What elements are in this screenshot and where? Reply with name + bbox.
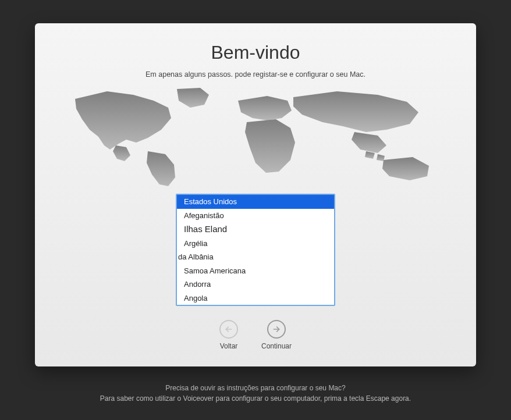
back-label: Voltar — [220, 342, 238, 350]
setup-window: Bem-vindo Em apenas alguns passos. pode … — [35, 23, 476, 366]
nav-buttons: Voltar Continuar — [219, 320, 292, 350]
list-item[interactable]: Ilhas Eland — [177, 222, 334, 237]
world-map — [52, 84, 459, 189]
world-map-svg — [52, 84, 459, 189]
arrow-right-icon — [267, 320, 286, 339]
page-title: Bem-vindo — [211, 42, 300, 63]
list-item[interactable]: Angola — [177, 291, 334, 305]
continue-label: Continuar — [261, 342, 292, 350]
list-item[interactable]: Argélia — [177, 237, 334, 251]
continue-button[interactable]: Continuar — [261, 320, 292, 350]
arrow-left-icon — [219, 320, 238, 339]
voiceover-hint: Precisa de ouvir as instruções para conf… — [100, 383, 411, 404]
country-list[interactable]: Estados UnidosAfeganistãoIlhas ElandArgé… — [176, 194, 335, 306]
list-item[interactable]: da Albânia — [177, 250, 334, 264]
list-item[interactable]: Samoa Americana — [177, 264, 334, 278]
list-item[interactable]: Afeganistão — [177, 209, 334, 223]
page-subtitle: Em apenas alguns passos. pode registar-s… — [146, 70, 365, 79]
list-item[interactable]: Estados Unidos — [177, 195, 334, 209]
list-item[interactable]: Andorra — [177, 277, 334, 291]
footer-line-2: Para saber como utilizar o Voiceover par… — [100, 393, 411, 404]
back-button[interactable]: Voltar — [219, 320, 238, 350]
footer-line-1: Precisa de ouvir as instruções para conf… — [100, 383, 411, 393]
